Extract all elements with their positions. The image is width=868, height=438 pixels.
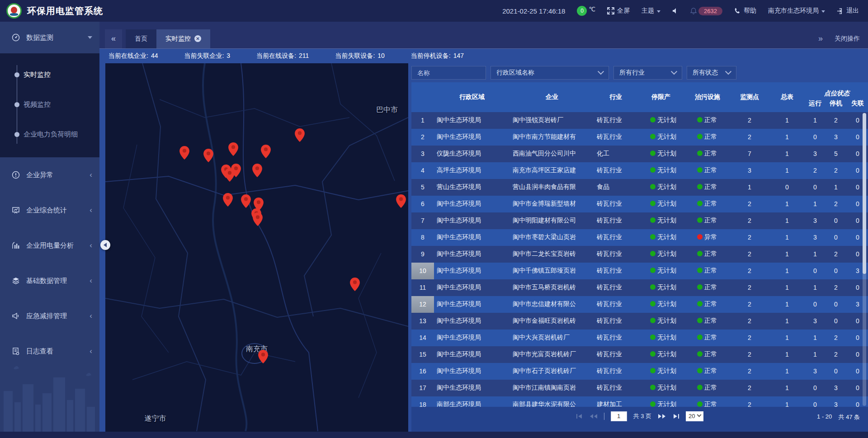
org-dropdown[interactable]: 南充市生态环境局 — [768, 7, 825, 15]
map-pin[interactable] — [228, 142, 238, 158]
table-scrollbar[interactable] — [863, 113, 866, 406]
sidebar-item-emergency-reduction[interactable]: 应急减排管理 ‹ — [0, 298, 99, 334]
row-region: 阆中生态环境局 — [434, 263, 510, 279]
sidebar-item-enterprise-statistics[interactable]: 企业综合统计 ‹ — [0, 193, 99, 228]
map-pin[interactable] — [258, 350, 268, 365]
logout-button[interactable]: 退出 — [837, 7, 859, 15]
layers-icon — [12, 277, 20, 285]
table-row[interactable]: 10 阆中生态环境局 阆中千佛镇五郎垭页岩 砖瓦行业 无计划 正常 2 1 0 … — [411, 263, 868, 279]
table-row[interactable]: 6 阆中生态环境局 阆中市金博瑞新型墙材 砖瓦行业 无计划 正常 2 1 1 2… — [411, 196, 868, 212]
status-dot-icon — [697, 234, 703, 240]
page-number-input[interactable] — [611, 411, 627, 421]
map-pin[interactable] — [179, 146, 189, 161]
map-canvas[interactable]: 巴中市南充市遂宁市 — [105, 63, 408, 432]
prev-page-button[interactable] — [590, 414, 598, 419]
chevron-left-icon: ‹ — [90, 347, 92, 356]
sidebar-item-power-analysis[interactable]: 企业用电量分析 ‹ — [0, 228, 99, 263]
tab-realtime-monitoring[interactable]: 实时监控 ✕ — [156, 29, 210, 48]
map-pin[interactable] — [261, 145, 271, 160]
bottom-strip — [0, 432, 868, 438]
map-pin[interactable] — [253, 212, 263, 228]
tab-close-icon[interactable]: ✕ — [194, 35, 201, 42]
close-operations-button[interactable]: 关闭操作 — [835, 35, 860, 43]
name-search-input[interactable] — [411, 66, 486, 80]
theme-dropdown[interactable]: 主题 — [642, 7, 660, 15]
notifications-button[interactable]: 2632 — [690, 7, 722, 15]
scrollbar-thumb[interactable] — [863, 113, 866, 274]
map-pin[interactable] — [350, 278, 360, 293]
table-row[interactable]: 3 仪陇生态环境局 西南油气田分公司川中 化工 无计划 正常 7 1 3 5 0 — [411, 146, 868, 162]
table-row[interactable]: 17 阆中生态环境局 阆中市江南镇阆南页岩 砖瓦行业 无计划 正常 2 1 0 … — [411, 380, 868, 396]
page-size-select[interactable]: 20 — [686, 411, 703, 421]
tab-scroll-right-button[interactable]: » — [818, 34, 823, 43]
stat-label: 当前失联设备: — [335, 52, 375, 60]
status-dot-icon — [650, 184, 656, 189]
map-pin[interactable] — [241, 194, 251, 210]
tab-scroll-left-button[interactable]: « — [105, 29, 122, 48]
status-select[interactable]: 所有状态 — [687, 66, 736, 80]
next-page-button[interactable] — [658, 414, 666, 419]
table-row[interactable]: 15 阆中生态环境局 阆中市光富页岩机砖厂 砖瓦行业 无计划 正常 2 1 1 … — [411, 346, 868, 363]
row-index: 7 — [411, 212, 434, 229]
row-production-status: 无计划 — [637, 263, 684, 279]
table-row[interactable]: 12 阆中生态环境局 阆中市忠信建材有限公 砖瓦行业 无计划 正常 2 1 0 … — [411, 296, 868, 313]
table-row[interactable]: 8 阆中生态环境局 阆中市枣碧大梁山页岩 砖瓦行业 无计划 异常 2 1 3 0… — [411, 229, 868, 246]
table-row[interactable]: 5 营山生态环境局 营山县润丰肉食品有限 食品 无计划 正常 1 0 0 1 0 — [411, 179, 868, 196]
sidebar-item-base-data[interactable]: 基础数据管理 ‹ — [0, 263, 99, 298]
col-header-company: 企业 — [510, 82, 594, 112]
map-pin[interactable] — [396, 194, 406, 210]
row-stopped: 3 — [825, 129, 847, 146]
help-button[interactable]: 帮助 — [734, 7, 756, 15]
first-page-button[interactable] — [576, 414, 583, 419]
row-pollution-status: 正常 — [684, 246, 731, 263]
sidebar-item-video-monitoring[interactable]: 视频监控 — [0, 89, 99, 119]
map-pin[interactable] — [231, 164, 241, 179]
row-production-status: 无计划 — [637, 380, 684, 396]
map-pin[interactable] — [252, 164, 262, 179]
row-pollution-status: 正常 — [684, 396, 731, 407]
map-pin[interactable] — [203, 149, 213, 164]
row-company: 阆中市金博瑞新型墙材 — [510, 196, 594, 212]
sidebar-item-enterprise-abnormal[interactable]: 企业异常 ‹ — [0, 157, 99, 193]
fullscreen-button[interactable]: 全屏 — [607, 7, 630, 15]
row-production-status: 无计划 — [637, 396, 684, 407]
row-company: 阆中市江南镇阆南页岩 — [510, 380, 594, 396]
row-meters: 1 — [769, 129, 806, 146]
table-row[interactable]: 7 阆中生态环境局 阆中明阳建材有限公司 砖瓦行业 无计划 正常 2 1 3 0… — [411, 212, 868, 229]
row-meters: 1 — [769, 229, 806, 246]
row-production-status: 无计划 — [637, 112, 684, 129]
row-index: 10 — [411, 263, 434, 279]
table-row[interactable]: 18 南部生态环境局 南部县建华水泥有限公 建材加工 无计划 正常 2 1 0 … — [411, 396, 868, 407]
sidebar-item-data-monitoring[interactable]: 数据监测 — [0, 22, 99, 53]
table-row[interactable]: 2 阆中生态环境局 阆中市南方节能建材有 砖瓦行业 无计划 正常 2 1 0 3… — [411, 129, 868, 146]
sidebar-item-power-load-detail[interactable]: 企业电力负荷明细 — [0, 119, 99, 149]
table-row[interactable]: 13 阆中生态环境局 阆中市金福旺页岩机砖 砖瓦行业 无计划 正常 2 1 3 … — [411, 313, 868, 330]
industry-select[interactable]: 所有行业 — [613, 66, 682, 80]
chevron-down-icon — [88, 36, 92, 39]
row-meters: 1 — [769, 296, 806, 313]
row-region: 阆中生态环境局 — [434, 196, 510, 212]
row-stopped: 2 — [825, 196, 847, 212]
region-select[interactable]: 行政区域名称 — [491, 66, 609, 80]
row-stopped: 0 — [825, 296, 847, 313]
row-index: 13 — [411, 313, 434, 330]
sound-button[interactable] — [672, 8, 679, 14]
fullscreen-icon — [607, 7, 614, 14]
pin-icon — [258, 350, 268, 363]
table-row[interactable]: 4 高坪生态环境局 南充市高坪区王家店建 砖瓦行业 无计划 正常 3 1 2 2… — [411, 162, 868, 179]
table-row[interactable]: 9 阆中生态环境局 阆中市二龙长宝页岩砖 砖瓦行业 无计划 正常 2 1 1 2… — [411, 246, 868, 263]
table-row[interactable]: 11 阆中生态环境局 阆中市五马桥页岩机砖 砖瓦行业 无计划 正常 2 1 1 … — [411, 279, 868, 296]
row-running: 1 — [806, 112, 825, 129]
last-page-button[interactable] — [672, 414, 679, 419]
map-pin[interactable] — [223, 193, 233, 208]
pagination-bar: 共 3 页 20 — [411, 407, 868, 432]
tab-home[interactable]: 首页 — [126, 29, 156, 48]
table-row[interactable]: 16 阆中生态环境局 阆中市石子页岩机砖厂 砖瓦行业 无计划 正常 2 1 3 … — [411, 363, 868, 380]
table-row[interactable]: 1 阆中生态环境局 阆中强锐页岩砖厂 砖瓦行业 无计划 正常 2 1 1 2 0 — [411, 112, 868, 129]
sidebar-item-realtime-monitoring[interactable]: 实时监控 — [0, 60, 99, 89]
row-running: 2 — [806, 162, 825, 179]
row-stopped: 5 — [825, 146, 847, 162]
map-pin[interactable] — [295, 128, 305, 144]
table-row[interactable]: 14 阆中生态环境局 阆中大兴页岩机砖厂 砖瓦行业 无计划 正常 2 1 1 2… — [411, 330, 868, 346]
row-running: 3 — [806, 229, 825, 246]
